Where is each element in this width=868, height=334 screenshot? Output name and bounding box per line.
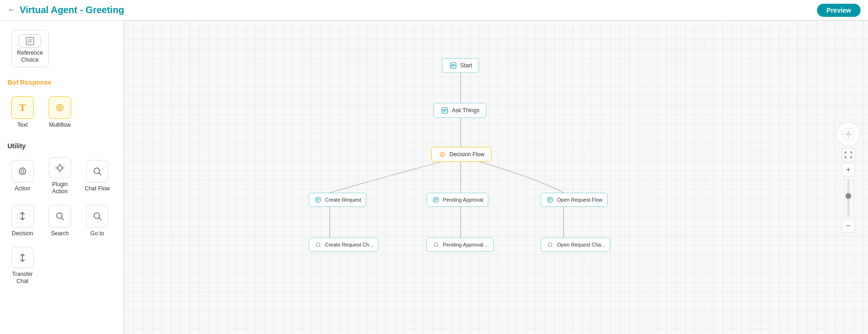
node-ask-things[interactable]: Ask Things [434, 103, 486, 118]
open-request-flow-icon [546, 196, 554, 204]
node-pending-approval[interactable]: Pending Approval [427, 193, 488, 207]
node-create-request-label: Create Request [325, 197, 361, 203]
node-create-request-ch[interactable]: Create Request Ch... [309, 238, 378, 252]
node-open-request-flow[interactable]: Open Request Flow [541, 193, 608, 207]
go-to-icon [86, 205, 108, 227]
multiflow-icon [49, 96, 71, 119]
node-create-request-ch-label: Create Request Ch... [325, 242, 373, 247]
utility-section-label: Utility [0, 138, 123, 152]
action-label: Action [14, 185, 30, 192]
svg-line-49 [437, 246, 438, 247]
header: ← Virtual Agent - Greeting Preview [0, 0, 868, 21]
start-node-icon [449, 61, 457, 70]
svg-point-31 [441, 153, 443, 155]
zoom-out-button[interactable]: − [842, 219, 855, 232]
sidebar-item-reference-choice[interactable]: ReferenceChoice [11, 30, 49, 67]
search-icon [49, 205, 71, 227]
decision-flow-icon [438, 150, 447, 159]
node-ask-things-label: Ask Things [452, 107, 479, 114]
sidebar-item-transfer-chat[interactable]: TransferChat [4, 243, 41, 288]
pending-approval-ch-icon [432, 240, 440, 249]
zoom-slider-track [847, 179, 849, 217]
sidebar-item-chat-flow[interactable]: Chat Flow [79, 153, 116, 198]
sidebar-item-text[interactable]: T Text [4, 90, 41, 135]
create-request-icon [314, 196, 322, 204]
node-decision-flow[interactable]: Decision Flow [431, 147, 492, 162]
decision-icon [11, 205, 34, 227]
sidebar-item-multiflow[interactable]: Multiflow [41, 90, 79, 135]
page-title: Virtual Agent - Greeting [20, 5, 124, 15]
svg-point-9 [58, 166, 62, 170]
reference-choice-icon [19, 34, 41, 48]
preview-button[interactable]: Preview [817, 4, 861, 17]
fit-screen-button[interactable] [842, 148, 855, 161]
ask-things-icon [441, 106, 449, 115]
node-pending-approval-ch-label: Pending Approval ... [443, 242, 489, 247]
sidebar-utility-section: Action PluginAction [0, 152, 123, 292]
svg-point-5 [58, 106, 61, 109]
node-start[interactable]: Start [442, 58, 479, 73]
header-left: ← Virtual Agent - Greeting [7, 5, 124, 15]
decision-label: Decision [12, 230, 33, 237]
zoom-slider-thumb[interactable] [846, 193, 851, 199]
zoom-in-button[interactable]: + [842, 163, 855, 176]
sidebar-item-plugin-action[interactable]: PluginAction [41, 153, 79, 198]
reference-choice-label: ReferenceChoice [17, 50, 43, 63]
sidebar: ReferenceChoice Bot Response T Text [0, 21, 124, 334]
svg-line-11 [99, 173, 101, 175]
plugin-action-icon [49, 157, 71, 178]
pending-approval-icon [432, 196, 440, 204]
flow-canvas[interactable]: Start Ask Things [124, 21, 868, 334]
open-request-ch-icon [546, 240, 554, 249]
node-pending-approval-label: Pending Approval [443, 197, 483, 203]
sidebar-item-decision[interactable]: Decision [4, 198, 41, 243]
sidebar-item-search[interactable]: Search [41, 198, 79, 243]
search-label: Search [51, 230, 69, 237]
back-button[interactable]: ← [7, 5, 16, 15]
create-request-ch-icon [314, 240, 322, 249]
svg-line-51 [551, 246, 552, 247]
text-icon: T [11, 96, 34, 119]
text-label: Text [17, 122, 28, 128]
svg-line-47 [319, 246, 320, 247]
flow-connections [124, 21, 868, 334]
node-pending-approval-ch[interactable]: Pending Approval ... [427, 238, 494, 252]
main-layout: ReferenceChoice Bot Response T Text [0, 21, 868, 334]
node-decision-flow-label: Decision Flow [449, 151, 485, 158]
transfer-chat-icon [11, 247, 34, 268]
go-to-label: Go to [90, 230, 104, 237]
node-open-request-ch-label: Open Request Cha... [557, 242, 605, 247]
nav-controls: + − [836, 122, 861, 232]
svg-point-57 [847, 133, 850, 136]
svg-line-13 [62, 218, 64, 220]
node-start-label: Start [460, 62, 472, 69]
svg-line-15 [99, 218, 101, 220]
chat-flow-icon [86, 160, 108, 182]
transfer-chat-label: TransferChat [12, 271, 33, 284]
sidebar-item-action[interactable]: Action [4, 153, 41, 198]
node-create-request[interactable]: Create Request [309, 193, 366, 207]
action-icon [11, 160, 34, 182]
sidebar-bot-section: T Text Multiflow [0, 88, 123, 138]
sidebar-reference-section: ReferenceChoice [0, 24, 123, 75]
sidebar-item-go-to[interactable]: Go to [79, 198, 116, 243]
plugin-action-label: PluginAction [52, 181, 67, 195]
node-open-request-ch[interactable]: Open Request Cha... [541, 238, 610, 252]
multiflow-label: Multiflow [49, 122, 71, 128]
bot-response-section-label: Bot Response [0, 75, 123, 88]
svg-point-8 [19, 168, 26, 174]
node-open-request-flow-label: Open Request Flow [557, 197, 602, 203]
chat-flow-label: Chat Flow [85, 185, 110, 192]
nav-compass[interactable] [836, 122, 861, 146]
